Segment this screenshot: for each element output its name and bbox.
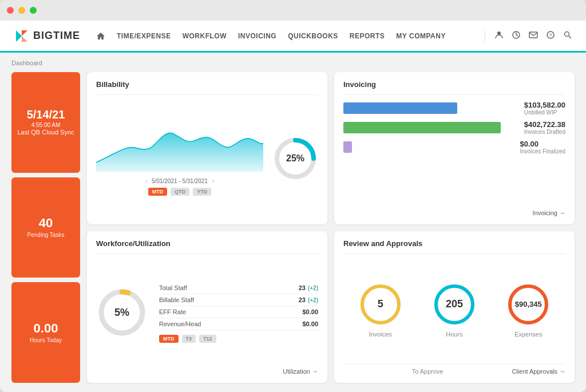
wf-label-billable: Billable Staff: [159, 296, 194, 303]
chart-date-range: 5/01/2021 - 5/31/2021: [152, 178, 208, 184]
expenses-circle: $90,345: [505, 282, 551, 327]
invoice-label-wip: Unbilled WIP: [524, 109, 565, 116]
search-icon[interactable]: [563, 30, 572, 42]
review-content: 5 Invoices 205 Hours: [343, 260, 565, 360]
chart-nav: ‹ 5/01/2021 - 5/31/2021 ›: [96, 178, 263, 184]
workforce-panel: Workforce/Utilization 5% Total Staff: [87, 231, 327, 383]
app-window: BIGTIME TIME/EXPENSE WORKFLOW INVOICING …: [0, 0, 586, 392]
invoice-label-finalized: Invoices Finalized: [520, 148, 565, 155]
home-icon: [96, 31, 105, 41]
hours-circle: 205: [431, 282, 477, 327]
help-icon[interactable]: ?: [546, 30, 555, 42]
left-column: 5/14/21 4:55:00 AM Last QB Cloud Sync 40…: [11, 72, 80, 383]
nav-my-company[interactable]: MY COMPANY: [396, 32, 446, 40]
wf-value-billable: 23 (+2): [299, 296, 318, 303]
wf-label-revenue: Revenue/Head: [159, 320, 201, 327]
tasks-label: Pending Tasks: [27, 231, 65, 239]
invoices-value: 5: [378, 299, 383, 310]
nav-time-expense[interactable]: TIME/EXPENSE: [117, 32, 171, 40]
wf-filter-mtd[interactable]: MTD: [159, 335, 179, 343]
invoice-bar-drafted: [343, 122, 501, 133]
invoicing-panel: Invoicing $103,582.00 Unbilled WIP: [334, 72, 575, 224]
billability-donut: 25%: [272, 136, 318, 181]
logo-icon: [14, 28, 30, 44]
date-sync-card: 5/14/21 4:55:00 AM Last QB Cloud Sync: [11, 72, 80, 173]
utilization-link[interactable]: Utilization →: [96, 368, 318, 375]
nav-reports[interactable]: REPORTS: [350, 32, 385, 40]
mail-icon[interactable]: [529, 30, 538, 42]
logo[interactable]: BIGTIME: [14, 28, 80, 44]
invoice-info-finalized: $0.00 Invoices Finalized: [520, 140, 565, 155]
invoices-circle: 5: [358, 282, 403, 327]
workforce-title: Workforce/Utilization: [96, 239, 318, 248]
nav-items: TIME/EXPENSE WORKFLOW INVOICING QUICKBOO…: [117, 32, 485, 40]
chart-prev[interactable]: ‹: [145, 178, 147, 184]
minimize-dot[interactable]: [18, 7, 25, 14]
wf-label-total: Total Staff: [159, 284, 187, 291]
wf-value-revenue: $0.00: [302, 320, 318, 327]
expenses-value: $90,345: [515, 300, 542, 308]
donut-percent: 25%: [286, 153, 304, 164]
wf-filter-t3[interactable]: T3: [182, 335, 196, 343]
tasks-card[interactable]: 40 Pending Tasks: [11, 177, 80, 278]
user-icon[interactable]: [494, 30, 504, 42]
sync-label: Last QB Cloud Sync: [17, 128, 74, 136]
wf-value-total: 23 (+2): [299, 284, 318, 291]
invoices-label: Invoices: [369, 331, 391, 338]
review-footer: To Approve Client Approvals →: [343, 364, 565, 375]
titlebar: [0, 0, 586, 21]
filter-mtd[interactable]: MTD: [148, 188, 168, 196]
invoice-row-2: $402,722.38 Invoices Drafted: [343, 120, 565, 135]
content-area: Dashboard 5/14/21 4:55:00 AM Last QB Clo…: [0, 53, 586, 392]
maximize-dot[interactable]: [30, 7, 37, 14]
invoice-amount-finalized: $0.00: [520, 140, 565, 148]
billability-content: ‹ 5/01/2021 - 5/31/2021 › MTD QTD YTD: [96, 101, 318, 216]
hours-label: Hours: [446, 331, 462, 338]
invoice-info-drafted: $402,722.38 Invoices Drafted: [524, 120, 565, 135]
logo-text: BIGTIME: [33, 30, 80, 42]
nav-workflow[interactable]: WORKFLOW: [183, 32, 227, 40]
chart-next[interactable]: ›: [212, 178, 214, 184]
invoice-bar-finalized: [343, 141, 352, 153]
wf-row-revenue: Revenue/Head $0.00: [159, 318, 318, 330]
review-expenses: $90,345 Expenses: [505, 282, 551, 338]
invoicing-content: $103,582.00 Unbilled WIP $402,722.38 Inv…: [343, 101, 565, 209]
filter-qtd[interactable]: QTD: [171, 188, 189, 196]
hours-value: 205: [446, 299, 463, 310]
invoice-amount-drafted: $402,722.38: [524, 120, 565, 129]
wf-value-eff: $0.00: [302, 308, 318, 315]
wf-filter-t12[interactable]: T12: [199, 335, 216, 343]
invoice-info-wip: $103,582.00 Unbilled WIP: [524, 101, 565, 116]
svg-text:?: ?: [549, 33, 552, 38]
review-hours: 205 Hours: [431, 282, 477, 338]
invoicing-title: Invoicing: [343, 80, 565, 89]
wf-row-total: Total Staff 23 (+2): [159, 282, 318, 294]
review-title: Review and Approvals: [343, 239, 565, 248]
hours-value: 0.00: [34, 322, 58, 335]
workforce-percent: 5%: [114, 307, 129, 319]
clock-icon[interactable]: [512, 30, 521, 42]
filter-ytd[interactable]: YTD: [193, 188, 211, 196]
chart-area: ‹ 5/01/2021 - 5/31/2021 › MTD QTD YTD: [96, 121, 263, 196]
invoice-row-3: $0.00 Invoices Finalized: [343, 140, 565, 155]
invoice-row-1: $103,582.00 Unbilled WIP: [343, 101, 565, 116]
date-value: 5/14/21: [27, 108, 65, 121]
workforce-table: Total Staff 23 (+2) Billable Staff 23 (+…: [159, 282, 318, 343]
time-value: 4:55:00 AM: [31, 122, 61, 128]
svg-marker-1: [22, 30, 27, 36]
wf-label-eff: EFF Rate: [159, 308, 186, 315]
home-nav[interactable]: [96, 31, 105, 41]
to-approve-label: To Approve: [343, 368, 512, 375]
invoicing-link[interactable]: Invoicing →: [343, 209, 565, 216]
nav-invoicing[interactable]: INVOICING: [238, 32, 276, 40]
review-panel: Review and Approvals 5 Invoices: [334, 231, 575, 383]
client-approvals-link[interactable]: Client Approvals →: [512, 368, 565, 375]
wf-row-billable: Billable Staff 23 (+2): [159, 294, 318, 306]
tasks-count: 40: [39, 216, 53, 230]
navbar: BIGTIME TIME/EXPENSE WORKFLOW INVOICING …: [0, 21, 586, 53]
billability-title: Billability: [96, 80, 318, 89]
review-invoices: 5 Invoices: [358, 282, 403, 338]
svg-point-8: [565, 31, 569, 36]
nav-quickbooks[interactable]: QUICKBOOKS: [288, 32, 338, 40]
close-dot[interactable]: [7, 7, 14, 14]
